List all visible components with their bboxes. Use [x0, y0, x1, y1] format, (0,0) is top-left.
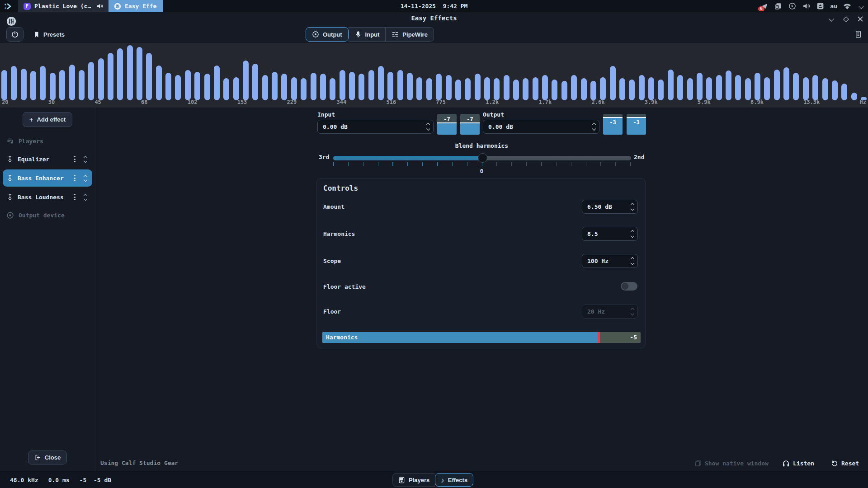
spin-up-down-icons[interactable] — [427, 123, 429, 130]
spectrum-bar — [455, 80, 461, 100]
media-player-icon: F — [24, 3, 31, 10]
frequency-axis: 203045681021532293445167751.2k1.7k2.6k3.… — [0, 99, 868, 107]
plugin-icon — [6, 193, 14, 201]
wifi-tray-icon[interactable] — [843, 2, 851, 10]
microphone-icon — [355, 31, 362, 38]
spectrum-bar — [793, 73, 799, 100]
amount-value: 6.50 dB — [587, 203, 631, 210]
screen-recorder-tray-icon[interactable] — [788, 2, 796, 10]
output-gain-spinbutton[interactable]: 0.00 dB — [483, 120, 599, 134]
tab-effects[interactable]: ♪ Effects — [435, 473, 473, 487]
spectrum-bar — [610, 66, 616, 100]
spin-up-down-icons[interactable] — [631, 258, 634, 264]
input-gain-spinbutton[interactable]: 0.00 dB — [317, 120, 434, 134]
power-icon — [11, 30, 19, 38]
tab-players[interactable]: Players — [392, 473, 435, 487]
input-level-meter-left: -7 — [437, 114, 457, 135]
spectrum-bar — [465, 78, 471, 100]
minimize-button[interactable] — [827, 15, 835, 23]
maximize-button[interactable] — [842, 15, 850, 23]
spectrum-bar — [50, 73, 56, 100]
spin-up-down-icons[interactable] — [631, 230, 634, 237]
status-bar: 48.0 kHz 0.0 ms -5 -5 dB Players ♪ Effec… — [0, 471, 868, 488]
meter-value: -7 — [437, 116, 457, 122]
blend-harmonics-slider[interactable] — [333, 156, 631, 160]
close-app-button[interactable]: Close — [28, 450, 67, 465]
spectrum-bar — [368, 70, 374, 100]
slider-tick — [630, 162, 631, 166]
blend-ticks — [333, 162, 631, 166]
effect-drag-handle[interactable] — [82, 193, 89, 201]
telegram-tray-icon[interactable]: 6 — [760, 2, 768, 10]
tab-pipewire-label: PipeWire — [402, 31, 428, 38]
frequency-label: 1.7k — [538, 99, 552, 107]
spectrum-bar — [79, 70, 85, 100]
spectrum-bar — [484, 77, 490, 100]
clipboard-tray-icon[interactable] — [774, 2, 782, 10]
notes-button[interactable] — [852, 28, 864, 41]
slider-tick — [511, 162, 512, 166]
spectrum-bar — [629, 80, 635, 100]
exit-icon — [34, 454, 41, 461]
effect-menu-icon[interactable] — [71, 174, 78, 182]
sidebar-effect-bass-enhancer[interactable]: Bass Enhancer — [3, 169, 92, 187]
sidebar-item-players[interactable]: Players — [0, 133, 95, 149]
spectrum-bar — [668, 70, 674, 100]
global-bypass-button[interactable] — [6, 27, 24, 42]
eject-tray-icon[interactable] — [816, 2, 824, 10]
input-section-label: Input — [317, 111, 335, 118]
spin-up-down-icons — [631, 308, 634, 315]
speaker-icon — [96, 3, 103, 9]
tab-input[interactable]: Input — [349, 27, 386, 42]
spin-up-down-icons[interactable] — [593, 123, 595, 130]
slider-tick — [333, 162, 334, 166]
close-window-button[interactable] — [856, 15, 864, 23]
scope-spinbutton[interactable]: 100 Hz — [582, 254, 638, 268]
audio-tray-label[interactable]: au — [830, 2, 837, 10]
meter-value: -3 — [627, 119, 646, 126]
spectrum-bar — [21, 69, 27, 100]
sidebar-effect-bass-loudness[interactable]: Bass Loudness — [3, 188, 92, 206]
slider-tick — [482, 162, 483, 166]
spectrum-bar — [648, 77, 654, 100]
reset-button[interactable]: Reset — [831, 457, 859, 469]
harmonics-value: 8.5 — [587, 230, 631, 237]
spectrum-bar — [774, 70, 780, 100]
output-device-label: Output device — [19, 212, 65, 219]
frequency-label: 516 — [386, 99, 396, 107]
taskbar: F Plastic Love (c… Easy Effects 14-11-20… — [0, 0, 868, 12]
spectrum-bars — [0, 43, 868, 100]
spectrum-bar — [687, 78, 693, 100]
spectrum-bar — [137, 47, 142, 100]
tray-expand-chevron-icon[interactable] — [857, 2, 865, 10]
plugin-icon — [6, 174, 14, 182]
tab-output[interactable]: Output — [306, 27, 349, 42]
effect-menu-icon[interactable] — [71, 155, 78, 163]
sidebar-effect-equalizer[interactable]: Equalizer — [3, 150, 92, 168]
slider-handle[interactable] — [478, 153, 487, 163]
amount-spinbutton[interactable]: 6.50 dB — [582, 200, 638, 214]
harmonics-spinbutton[interactable]: 8.5 — [582, 227, 638, 241]
volume-tray-icon[interactable] — [802, 2, 810, 10]
plugin-icon — [6, 155, 14, 163]
sidebar-item-output-device[interactable]: Output device — [0, 207, 95, 223]
scope-label: Scope — [323, 258, 341, 264]
presets-button[interactable]: Presets — [28, 27, 70, 42]
taskbar-window-media-player[interactable]: F Plastic Love (c… — [18, 0, 108, 12]
launcher-icon[interactable] — [4, 2, 14, 10]
spectrum-bar — [716, 75, 722, 100]
floor-active-toggle[interactable] — [621, 282, 637, 291]
spectrum-bar — [243, 61, 249, 100]
spin-up-down-icons[interactable] — [631, 203, 634, 210]
spectrum-bar — [88, 62, 94, 100]
spectrum-bar — [600, 77, 606, 100]
effect-drag-handle[interactable] — [82, 155, 89, 163]
pipewire-icon — [392, 31, 399, 38]
effect-menu-icon[interactable] — [71, 193, 78, 201]
listen-button[interactable]: Listen — [782, 457, 814, 469]
taskbar-window-easy-effects[interactable]: Easy Effects — [108, 0, 163, 12]
effect-drag-handle[interactable] — [82, 174, 89, 182]
spectrum-bar — [407, 73, 413, 100]
add-effect-button[interactable]: + Add effect — [23, 112, 72, 127]
tab-pipewire[interactable]: PipeWire — [385, 27, 434, 42]
